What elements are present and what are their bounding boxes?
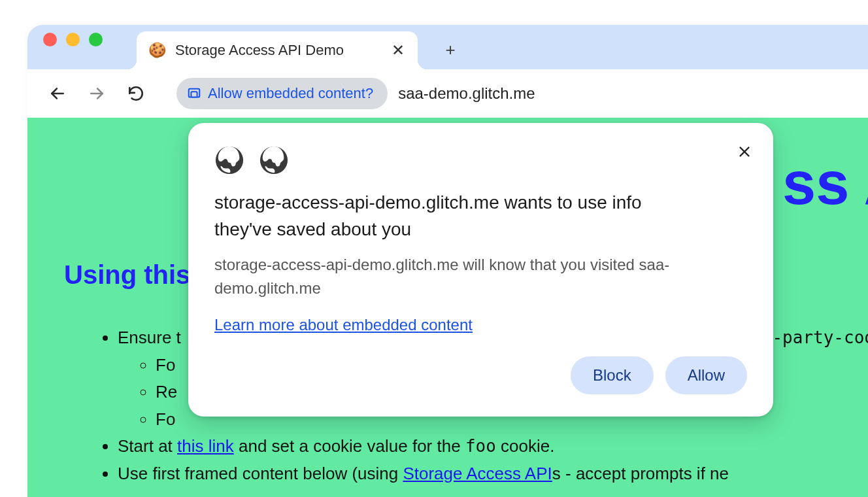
- list-item: Start at this link and set a cookie valu…: [118, 433, 868, 460]
- learn-more-link[interactable]: Learn more about embedded content: [214, 316, 473, 334]
- tab-strip: 🍪 Storage Access API Demo ✕ +: [27, 25, 868, 69]
- address-bar[interactable]: Allow embedded content? saa-demo.glitch.…: [176, 78, 850, 109]
- code-foo: foo: [465, 436, 496, 456]
- list-text: Fo: [156, 409, 175, 429]
- url-display: saa-demo.glitch.me: [398, 84, 535, 103]
- this-link[interactable]: this link: [177, 436, 234, 456]
- window-zoom-button[interactable]: [89, 33, 103, 46]
- reload-icon: [127, 85, 144, 102]
- code-fragment: -party-coo: [772, 324, 868, 352]
- globe-icon: [214, 145, 244, 175]
- forward-button[interactable]: [85, 82, 108, 105]
- list-text: s - accept prompts if ne: [552, 464, 729, 483]
- tab-favicon: 🍪: [148, 42, 166, 59]
- tab-title: Storage Access API Demo: [175, 42, 381, 59]
- dialog-body: storage-access-api-demo.glitch.me will k…: [214, 253, 724, 300]
- arrow-left-icon: [49, 85, 66, 102]
- svg-rect-3: [191, 92, 197, 97]
- permission-prompt-dialog: storage-access-api-demo.glitch.me wants …: [188, 123, 773, 417]
- window-close-button[interactable]: [43, 33, 57, 46]
- list-text: Ensure t: [118, 328, 181, 347]
- list-text: Start at: [118, 436, 177, 456]
- new-tab-button[interactable]: +: [437, 37, 463, 63]
- close-icon: [737, 145, 752, 159]
- dialog-icons: [214, 145, 747, 175]
- tab-close-button[interactable]: ✕: [390, 41, 406, 60]
- window-minimize-button[interactable]: [66, 33, 80, 46]
- list-text: Use first framed content below (using: [118, 464, 403, 483]
- window-controls: [37, 33, 114, 62]
- dialog-actions: Block Allow: [214, 356, 747, 394]
- allow-button[interactable]: Allow: [665, 356, 747, 394]
- permission-chip-label: Allow embedded content?: [208, 85, 373, 102]
- list-text: Re: [156, 382, 177, 402]
- toolbar: Allow embedded content? saa-demo.glitch.…: [27, 69, 868, 118]
- permission-chip[interactable]: Allow embedded content?: [176, 78, 388, 109]
- back-button[interactable]: [46, 82, 69, 105]
- section-heading: Using this: [64, 260, 190, 290]
- block-button[interactable]: Block: [571, 356, 654, 394]
- dialog-close-button[interactable]: [733, 140, 756, 163]
- embedded-content-icon: [187, 86, 201, 101]
- dialog-heading: storage-access-api-demo.glitch.me wants …: [214, 190, 685, 243]
- list-item: Use first framed content below (using St…: [118, 460, 868, 488]
- list-text: cookie.: [496, 436, 555, 456]
- list-text: Fo: [156, 355, 175, 375]
- browser-tab[interactable]: 🍪 Storage Access API Demo ✕: [137, 31, 418, 69]
- list-text: and set a cookie value for the: [234, 436, 465, 456]
- reload-button[interactable]: [124, 82, 148, 105]
- storage-access-api-link[interactable]: Storage Access API: [403, 464, 552, 483]
- arrow-right-icon: [88, 85, 105, 102]
- globe-icon: [259, 145, 289, 175]
- page-title-fragment: ss A: [782, 149, 868, 218]
